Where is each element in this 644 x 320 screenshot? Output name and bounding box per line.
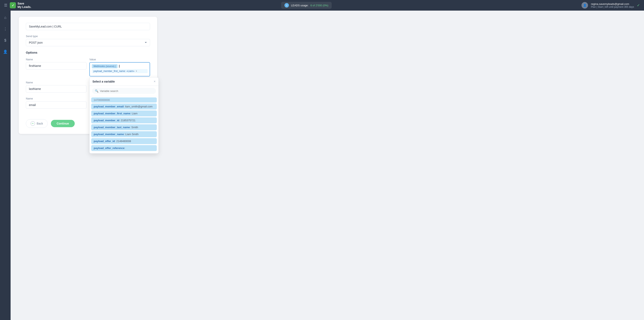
leads-usage-banner: i LEADS usage: 6 of 2'000 (0%): [281, 2, 332, 9]
list-item[interactable]: payload_member_email: liam_smith@gmail.c…: [91, 104, 157, 109]
options-title: Options: [26, 51, 150, 54]
user-info-block: regina.savemyleads@gmail.com Plan | Star…: [591, 3, 634, 8]
variable-dropdown: Select a variable × 🔍: [90, 77, 158, 153]
send-type-label: Send type: [26, 35, 150, 38]
name-input-3[interactable]: [26, 101, 86, 109]
search-inner: 🔍: [92, 88, 156, 94]
list-item[interactable]: payload_member_last_name: Smith: [91, 124, 157, 130]
dropdown-close-button[interactable]: ×: [154, 80, 156, 83]
dropdown-title: Select a variable: [92, 80, 115, 83]
back-button[interactable]: ✏ Back: [26, 119, 48, 128]
var-item-truncated[interactable]: 14700000000: [91, 97, 157, 103]
dropdown-header: Select a variable ×: [90, 78, 158, 86]
value-field-1[interactable]: Webhooks (source) | payload_member_first…: [90, 62, 150, 76]
leads-count: 6 of 2'000 (0%): [310, 4, 328, 7]
sidebar: ⌂ ⋮ $ 👤: [0, 11, 10, 320]
name-label-1: Name: [26, 58, 86, 61]
value-field-wrapper: Webhooks (source) | payload_member_first…: [90, 62, 150, 76]
variable-list: 14700000000 payload_member_email: liam_s…: [90, 96, 158, 153]
name-field-1-group: Name: [26, 58, 86, 70]
send-type-select[interactable]: POST json: [26, 39, 150, 46]
logo-text: Save My Leads.: [18, 2, 31, 9]
list-item[interactable]: payload_offer_id: 2148480008: [91, 138, 157, 144]
connection-name-input[interactable]: [26, 23, 150, 30]
sidebar-item-billing[interactable]: $: [2, 37, 9, 44]
name-label-2: Name: [26, 81, 86, 84]
logo: ✓ Save My Leads.: [10, 2, 31, 9]
send-type-group: Send type POST json: [26, 35, 150, 46]
value-tags-row: Webhooks (source) |: [92, 64, 148, 68]
value-field-1-group: Value Webhooks (source) | payload_member…: [90, 58, 150, 76]
page-layout: ⌂ ⋮ $ 👤 Send type POST json Options: [0, 11, 644, 320]
name-field-2-group: Name: [26, 81, 86, 93]
variable-search-box: 🔍: [90, 86, 158, 96]
payload-tag: payload_member_first_name: «Liam» ×: [92, 69, 148, 73]
continue-button[interactable]: Continue: [51, 120, 75, 127]
tag-close-icon[interactable]: ×: [136, 70, 137, 73]
options-row-1: Name Value Webhooks (source) |: [26, 58, 150, 81]
form-card: Send type POST json Options Name Value: [19, 17, 157, 134]
cursor-indicator: [119, 65, 120, 68]
list-item[interactable]: payload_member_id: 2185375721: [91, 117, 157, 123]
back-icon: ✏: [30, 121, 35, 126]
name-field-3-group: Name: [26, 97, 86, 109]
options-section: Options Name Value Webhooks (source) |: [26, 51, 150, 113]
user-email: regina.savemyleads@gmail.com: [591, 3, 634, 6]
list-item[interactable]: payload_member_first_name: Liam: [91, 111, 157, 116]
variable-search-input[interactable]: [100, 90, 153, 93]
sidebar-item-connections[interactable]: ⋮: [2, 25, 9, 33]
connection-name-group: [26, 23, 150, 30]
payload-tag-row: payload_member_first_name: «Liam» ×: [92, 69, 148, 73]
search-icon: 🔍: [95, 89, 98, 93]
nav-left: ☰ ✓ Save My Leads.: [4, 2, 31, 9]
leads-label: LEADS usage:: [291, 4, 308, 7]
hamburger-icon[interactable]: ☰: [4, 3, 7, 8]
list-item[interactable]: payload_member_name: Liam Smith: [91, 131, 157, 137]
sidebar-item-home[interactable]: ⌂: [2, 14, 9, 21]
nav-checkmark-icon: ✓: [637, 3, 640, 8]
user-plan: Plan | Start | left until payment 365 da…: [591, 6, 634, 8]
nav-right: 👤 regina.savemyleads@gmail.com Plan | St…: [582, 2, 640, 9]
main-content: Send type POST json Options Name Value: [10, 11, 644, 320]
logo-check-icon: ✓: [10, 2, 16, 8]
info-icon: i: [284, 3, 289, 8]
name-input-2[interactable]: [26, 85, 86, 93]
avatar: 👤: [582, 2, 588, 9]
source-tag: Webhooks (source) |: [92, 64, 118, 68]
sidebar-item-profile[interactable]: 👤: [2, 48, 9, 56]
top-navigation: ☰ ✓ Save My Leads. i LEADS usage: 6 of 2…: [0, 0, 644, 11]
name-label-3: Name: [26, 97, 86, 100]
value-label-1: Value: [90, 58, 150, 61]
list-item[interactable]: payload_offer_reference:: [91, 145, 157, 151]
name-input-1[interactable]: [26, 62, 86, 70]
